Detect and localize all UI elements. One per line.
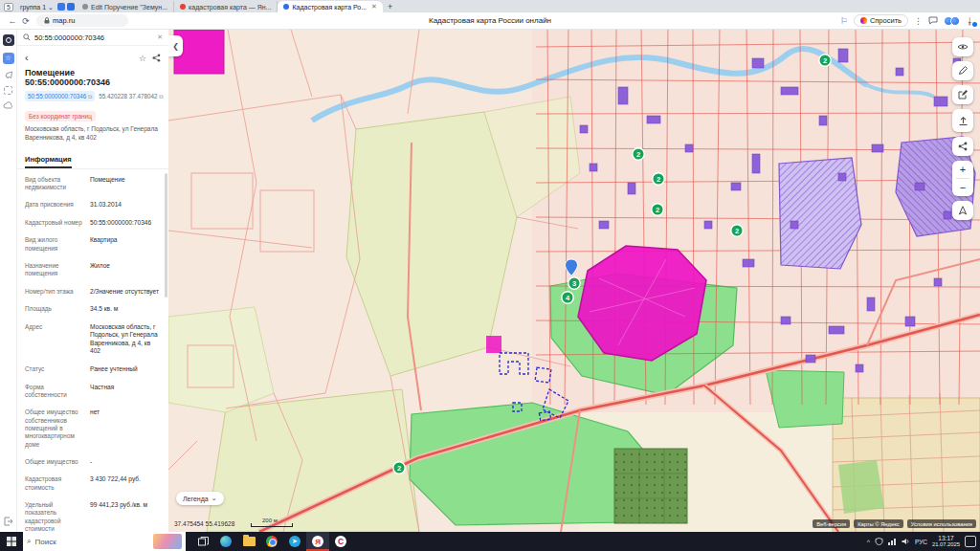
copy-icon[interactable]: ⧉ bbox=[88, 94, 92, 99]
attribute-label: Форма собственности bbox=[25, 384, 84, 400]
pinned-tab-2[interactable] bbox=[67, 3, 75, 11]
terms-link[interactable]: Условия использования bbox=[907, 519, 976, 528]
downloads-icon[interactable]: ⭳ bbox=[966, 16, 974, 26]
zoom-out-button[interactable]: − bbox=[952, 179, 973, 196]
tray-expand-icon[interactable]: ^ bbox=[867, 539, 870, 545]
taskbar-yandex-browser-active[interactable]: Я bbox=[306, 532, 329, 551]
web-version-link[interactable]: Веб-версия bbox=[813, 519, 850, 528]
cluster-marker[interactable]: 4 bbox=[562, 292, 573, 303]
date-text: 21.07.2025 bbox=[932, 541, 960, 548]
svg-text:2: 2 bbox=[656, 206, 659, 214]
draw-edit-button[interactable] bbox=[952, 85, 973, 104]
cluster-marker[interactable]: 2 bbox=[633, 148, 644, 160]
attribute-row: Вид объекта недвижимостиПомещение bbox=[25, 171, 161, 197]
tab-group[interactable]: группа 1 ⌄ bbox=[16, 2, 57, 12]
new-tab-button[interactable]: + bbox=[388, 2, 392, 11]
windows-logo-icon bbox=[7, 537, 16, 546]
speaker-icon[interactable] bbox=[902, 538, 910, 545]
cluster-marker[interactable]: 2 bbox=[819, 55, 831, 66]
copy-icon[interactable]: ⧉ bbox=[159, 94, 163, 99]
map-app-icon bbox=[283, 4, 289, 10]
cluster-marker[interactable]: 2 bbox=[731, 225, 743, 236]
screenshot-tool-icon[interactable] bbox=[4, 86, 12, 95]
cluster-marker[interactable]: 2 bbox=[653, 173, 664, 185]
notifications-bell-icon[interactable] bbox=[4, 71, 13, 79]
map-attribution: Веб-версия Карты © Яндекс Условия исполь… bbox=[813, 519, 976, 528]
download-badge bbox=[972, 22, 977, 27]
page-title: Кадастровая карта России онлайн bbox=[0, 16, 980, 25]
pinned-tab-1[interactable] bbox=[57, 3, 65, 11]
assistant-logo-icon[interactable] bbox=[3, 34, 14, 46]
attribute-value: Ранее учтенный bbox=[90, 365, 161, 374]
zoom-in-button[interactable]: + bbox=[952, 161, 973, 178]
favorites-icon[interactable]: ☆ bbox=[3, 53, 14, 64]
sign-out-icon[interactable] bbox=[3, 517, 13, 526]
close-icon[interactable]: ✕ bbox=[371, 3, 377, 11]
legend-button[interactable]: Легенда ⌄ bbox=[176, 492, 224, 505]
yandex-browser-icon: Я bbox=[312, 536, 323, 547]
copyright-text: Карты © Яндекс bbox=[854, 519, 903, 528]
search-bar[interactable]: ✕ bbox=[17, 30, 168, 46]
attribute-row: Общее имущество- bbox=[25, 453, 161, 472]
network-icon[interactable] bbox=[888, 538, 897, 545]
weather-widget-icon[interactable] bbox=[153, 534, 182, 549]
system-tray: ^ РУС 13:17 21.07.2025 bbox=[867, 535, 980, 548]
action-center-icon[interactable] bbox=[965, 536, 976, 547]
cadastral-number-chip[interactable]: 50:55:0000000:70346 ⧉ bbox=[25, 91, 95, 101]
cloud-icon[interactable] bbox=[3, 101, 13, 109]
time-text: 13:17 bbox=[932, 535, 960, 541]
address-bar[interactable]: map.ru bbox=[36, 14, 128, 27]
share-nodes-icon bbox=[958, 142, 968, 151]
tab-yandex-search[interactable]: кадастровая карта — Ян... bbox=[174, 1, 278, 12]
task-view-button[interactable] bbox=[191, 532, 214, 551]
share-map-button[interactable] bbox=[952, 137, 973, 156]
measure-button[interactable] bbox=[952, 61, 973, 80]
shield-icon[interactable] bbox=[875, 538, 883, 545]
clock[interactable]: 13:17 21.07.2025 bbox=[932, 535, 960, 548]
menu-dots-icon[interactable]: ⋮ bbox=[914, 16, 923, 26]
search-input[interactable] bbox=[34, 33, 153, 42]
ai-logo-icon bbox=[860, 17, 867, 24]
tab-edit-document[interactable]: Edit Поручение "Земун... bbox=[77, 1, 174, 12]
coordinates-chip[interactable]: 55.420228 37.478042 ⧉ bbox=[99, 93, 163, 100]
cluster-marker[interactable]: 2 bbox=[652, 204, 663, 215]
my-location-button[interactable] bbox=[952, 201, 973, 220]
chat-icon[interactable] bbox=[928, 16, 938, 25]
upload-layer-button[interactable] bbox=[952, 109, 973, 132]
taskbar-consultant[interactable]: C bbox=[329, 532, 352, 551]
scale-bar: 200 м bbox=[251, 518, 293, 527]
back-icon[interactable]: ← bbox=[6, 16, 19, 26]
reload-icon[interactable]: ⟳ bbox=[19, 16, 33, 26]
layers-visibility-button[interactable] bbox=[952, 37, 973, 56]
bookmark-icon[interactable]: ⚐ bbox=[840, 16, 848, 26]
tab-information[interactable]: Информация bbox=[17, 148, 168, 169]
object-address: Московская область, г Подольск, ул Генер… bbox=[17, 125, 168, 148]
taskbar-messenger[interactable]: ➤ bbox=[283, 532, 306, 551]
cluster-marker[interactable]: 3 bbox=[568, 277, 580, 289]
task-view-icon bbox=[198, 537, 209, 546]
favorite-star-icon[interactable]: ☆ bbox=[139, 54, 146, 63]
map-canvas[interactable]: 22222342 bbox=[168, 30, 980, 532]
attributes-list: Вид объекта недвижимостиПомещениеДата пр… bbox=[17, 169, 168, 532]
attribute-row: Вид жилого помещенияКвартира bbox=[25, 231, 161, 257]
taskbar-search[interactable]: ⌕ Поиск bbox=[23, 532, 186, 551]
pencil-icon bbox=[958, 66, 968, 76]
share-icon[interactable] bbox=[152, 54, 161, 62]
profile-avatars[interactable] bbox=[944, 16, 960, 26]
attribute-label: Вид объекта недвижимости bbox=[25, 176, 84, 192]
ask-ai-button[interactable]: Спросить bbox=[854, 14, 908, 27]
panel-collapse-button[interactable]: ❮ bbox=[168, 35, 183, 56]
cadastral-map[interactable]: 22222342 ❮ + − bbox=[168, 30, 980, 532]
tab-cadastral-map-active[interactable]: Кадастровая карта Ро... ✕ bbox=[278, 1, 383, 12]
taskbar-explorer[interactable] bbox=[237, 532, 260, 551]
attribute-label: Кадастровый номер bbox=[25, 219, 84, 228]
taskbar-edge[interactable] bbox=[214, 532, 237, 551]
panel-back-icon[interactable]: ‹ bbox=[25, 53, 29, 63]
panel-scrollbar[interactable] bbox=[165, 173, 167, 298]
taskbar-chrome[interactable] bbox=[260, 532, 283, 551]
attribute-row: Дата присвоения31.03.2014 bbox=[25, 196, 161, 214]
cluster-marker[interactable]: 2 bbox=[393, 462, 405, 474]
clear-search-icon[interactable]: ✕ bbox=[157, 33, 163, 41]
language-indicator[interactable]: РУС bbox=[915, 539, 927, 545]
start-button[interactable] bbox=[0, 532, 23, 551]
